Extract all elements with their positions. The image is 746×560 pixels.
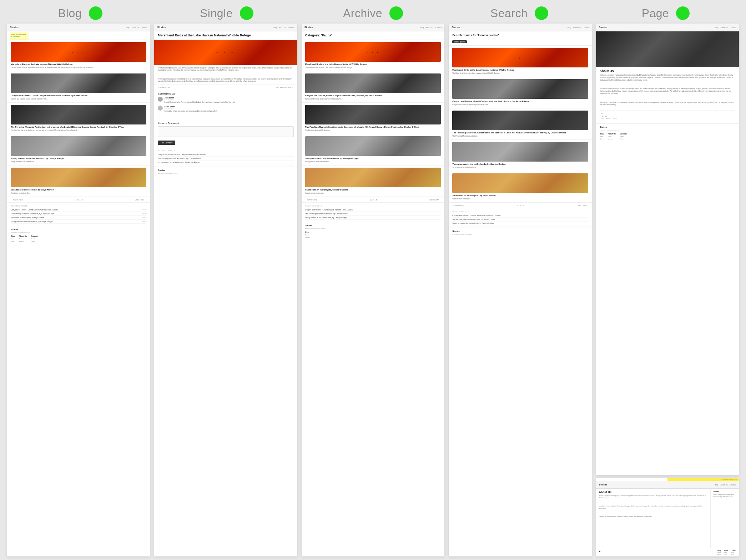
blog-related-item-1-title: Canyon and Ravine - Grand Canyon Nationa… (11, 209, 58, 211)
blog-footer-col-2-link-1[interactable]: Team (19, 238, 27, 240)
blog-post-3[interactable]: The Pershing Memorial Auditorium is the … (7, 103, 150, 134)
page-widget-item-link-1[interactable]: Blog (601, 118, 604, 119)
blog-browser-panel[interactable]: This is the content area of a Blog post … (7, 24, 150, 556)
blog-related-item-2[interactable]: The Pershing Memorial Auditorium, by Cha… (11, 212, 146, 216)
page-footer-link-3[interactable]: Team (608, 136, 616, 137)
page-small-footer-link-3[interactable]: Team (724, 552, 728, 553)
page-small-nav-about[interactable]: About Us (720, 484, 728, 486)
blog-post-5[interactable]: Vacationer on motorcycle, by Boyd Norton… (7, 166, 150, 197)
single-page-title: Marshland Birds at the Lake Havasu Natio… (158, 34, 293, 37)
page-small-footer-link-4[interactable]: Press (724, 554, 728, 555)
page-footer-link-6[interactable]: Phone (620, 138, 627, 140)
search-post-5[interactable]: Vacationer on motorcycle, by Boyd Norton… (449, 171, 591, 203)
blog-footer-col-3-title: Contact (31, 235, 38, 237)
page-nav-blog[interactable]: Blog (715, 26, 718, 29)
blog-footer-col-1-link-2[interactable]: About (11, 240, 15, 242)
single-leave-comment-title: Leave a Comment (158, 122, 293, 124)
archive-nav-about[interactable]: About Us (426, 26, 433, 29)
search-nav-contact[interactable]: Contact (583, 26, 589, 29)
search-nav-blog[interactable]: Blog (568, 26, 571, 29)
search-related-item-1[interactable]: Canyon and Ravine - 'Grand Canyon Nation… (452, 214, 588, 218)
search-browser-panel[interactable]: Stories Blog About Us Contact Search res… (449, 24, 591, 556)
search-pagination: 1 2 3 ... 8 (517, 204, 524, 207)
blog-post-1[interactable]: Marshland Birds at the Lake Havasu Natio… (7, 40, 150, 71)
search-post-2[interactable]: Canyon and Ravine, Grand Canyon National… (449, 77, 591, 108)
blog-nav-blog[interactable]: Blog (126, 26, 130, 29)
blog-post-4-title: Young woman in the Netherlands, by Georg… (11, 157, 146, 160)
page-small-nav-contact[interactable]: Contact (730, 484, 736, 486)
blog-related-item-1[interactable]: Canyon and Ravine - Grand Canyon Nationa… (11, 208, 146, 212)
archive-footer-link-2[interactable]: Contact (305, 236, 310, 238)
archive-post-2[interactable]: Canyon and Ravine, Grand Canyon National… (302, 71, 444, 103)
single-related-item-2[interactable]: The Pershing Memorial Auditorium, by Cha… (158, 157, 293, 161)
blog-footer-col-1-link-1[interactable]: Home (11, 238, 15, 240)
single-nav-blog[interactable]: Blog (273, 26, 277, 29)
page-nav-about[interactable]: About Us (720, 26, 728, 29)
single-comment-input[interactable] (158, 126, 293, 137)
archive-footer-link-1[interactable]: About (305, 234, 310, 236)
page-footer-link-4[interactable]: Mission (608, 138, 616, 140)
search-nav-about[interactable]: About Us (573, 26, 581, 29)
page-small-panel: You can add a widget here Stories Blog A… (596, 478, 739, 556)
single-related-item-3[interactable]: Young woman in the Netherlands, by Georg… (158, 161, 293, 164)
archive-browser-panel[interactable]: Stories Blog About Us Contact Category: … (302, 24, 444, 556)
blog-post-4[interactable]: Young woman in the Netherlands, by Georg… (7, 134, 150, 166)
page-small-footer-link-5[interactable]: Email (731, 552, 736, 553)
blog-related-item-3[interactable]: Vacationer on motorcycle, by Boyd Norton… (11, 216, 146, 220)
page-small-footer-link-6[interactable]: Phone (731, 554, 736, 555)
page-footer-tagline: A premium multipurpose theme (600, 129, 735, 131)
archive-post-3[interactable]: The Pershing Memorial Auditorium is the … (302, 103, 444, 134)
blog-status-dot (89, 6, 102, 20)
blog-nav-contact[interactable]: Contact (141, 26, 147, 29)
archive-post-1[interactable]: Marshland Birds at the Lake Havasu Natio… (302, 40, 444, 71)
archive-prev-link[interactable]: ← Newer Entry (305, 199, 317, 201)
archive-post-5[interactable]: Vacationer on motorcycle, by Boyd Norton… (302, 166, 444, 197)
search-post-3[interactable]: The Pershing Memorial Auditorium is the … (449, 108, 591, 140)
search-prev-link[interactable]: ← Newer Entry (452, 204, 464, 207)
search-post-1-image (452, 48, 588, 67)
single-nav-links: Blog About Us Contact (273, 26, 294, 29)
page-footer-link-2[interactable]: About (600, 138, 604, 140)
single-nav-contact[interactable]: Contact (288, 26, 294, 29)
blog-nav-about[interactable]: About Us (132, 26, 139, 29)
page-footer-link-1[interactable]: Home (600, 136, 604, 137)
page-small-panel-sidebar-text: Stories is a premium multipurpose theme … (713, 494, 737, 498)
blog-footer-col-2-link-2[interactable]: Mission (19, 240, 27, 242)
archive-nav-contact[interactable]: Contact (435, 26, 442, 29)
single-comment-1-date: June 12, 2023 (164, 99, 293, 101)
page-footer-link-5[interactable]: Email (620, 136, 627, 137)
archive-next-link[interactable]: Older Entry → (430, 199, 441, 201)
blog-footer-col-3-link-2[interactable]: Phone (31, 240, 38, 242)
blog-footer-col-3: Contact Email Phone (31, 235, 38, 242)
search-next-link[interactable]: Older Entry → (577, 204, 588, 207)
single-comment-submit[interactable]: Post Comment (158, 141, 175, 145)
blog-post-2[interactable]: Canyon and Ravine, Grand Canyon National… (7, 71, 150, 103)
page-small-nav-blog[interactable]: Blog (715, 484, 718, 486)
archive-related-item-3[interactable]: Young women in the Netherlands, by Georg… (305, 216, 441, 220)
single-next-post-link[interactable]: Join: Featured Post → (276, 86, 294, 88)
search-post-1[interactable]: Marshland Birds at the Lake Havasu Natio… (449, 46, 591, 77)
page-widget-item-link-2[interactable]: About (606, 118, 610, 119)
archive-related-item-2[interactable]: The Pershing Memorial Auditorium, by Cha… (305, 212, 441, 216)
blog-next-link[interactable]: Older Posts → (135, 199, 147, 201)
search-related-item-3[interactable]: Young women in the Netherlands, by Georg… (452, 222, 588, 225)
single-prev-post-link[interactable]: ← Back to: Go (158, 86, 170, 88)
archive-nav-blog[interactable]: Blog (420, 26, 424, 29)
page-widget-item-link-3[interactable]: Contact (612, 118, 617, 119)
page-small-footer-link-1[interactable]: Home (717, 552, 721, 553)
blog-footer-col-3-link-1[interactable]: Email (31, 238, 38, 240)
archive-related-item-1[interactable]: Canyon and Ravine - 'Grand Canyon Nation… (305, 208, 441, 212)
search-post-4[interactable]: Young woman in the Netherlands, by Georg… (449, 140, 591, 171)
single-status-dot (240, 6, 253, 20)
page-nav-contact[interactable]: Contact (730, 26, 736, 29)
search-related-posts: Related posts Canyon and Ravine - 'Grand… (449, 208, 591, 228)
search-related-item-2[interactable]: The Pershing Memorial Auditorium, by Cha… (452, 218, 588, 222)
single-related-item-1[interactable]: Canyon and Ravine - Grand Canyon Nationa… (158, 153, 293, 157)
blog-related-item-4[interactable]: Young woman in the Netherlands, by Georg… (11, 220, 146, 224)
single-nav-about[interactable]: About Us (279, 26, 286, 29)
archive-post-4[interactable]: Young woman in the Netherlands, by Georg… (302, 134, 444, 166)
single-browser-panel[interactable]: Stories Blog About Us Contact Marshland … (154, 24, 297, 556)
blog-prev-link[interactable]: ← Newer Posts (11, 199, 23, 201)
page-browser-panel[interactable]: Stories Blog About Us Contact About Us S… (596, 24, 739, 475)
page-small-footer-link-2[interactable]: About (717, 554, 721, 555)
